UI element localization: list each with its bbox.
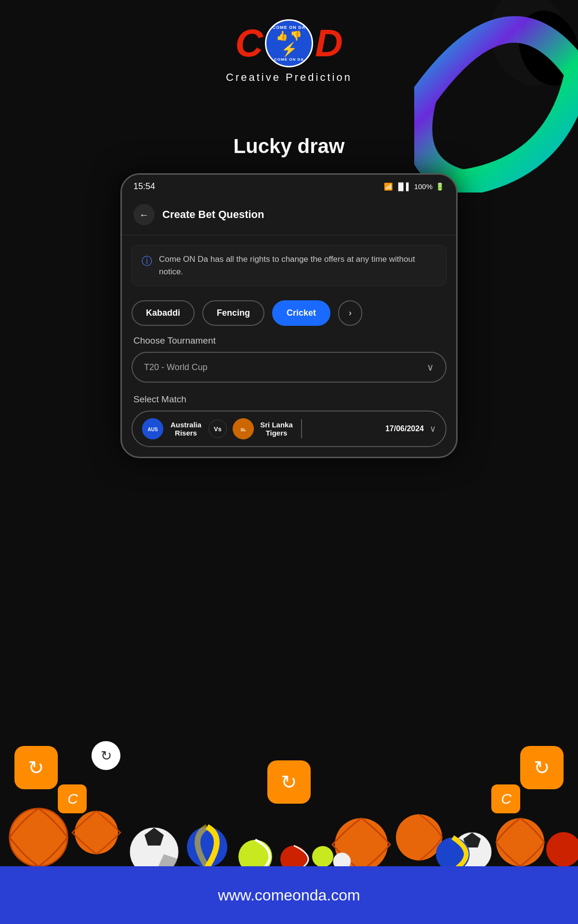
sport-tabs: Kabaddi Fencing Cricket › [122,295,456,335]
tab-more[interactable]: › [338,300,362,326]
logo-c-right: D [315,24,343,63]
refresh-white-left: ↻ [92,741,120,770]
tab-cricket[interactable]: Cricket [272,300,330,326]
match-selector[interactable]: AUS Australia Risers Vs SL Sri Lanka Tig… [131,411,447,447]
team2-name2: Tigers [266,429,288,437]
battery-text: 100% [414,182,433,191]
logo-c-left: C [235,24,263,63]
refresh-white-btn-left[interactable]: ↻ [92,741,120,770]
svg-point-14 [280,846,307,866]
top-decoration [414,0,578,192]
wifi-icon: 📶 [384,182,393,191]
team2-avatar: SL [233,418,254,439]
svg-point-20 [546,832,578,866]
c-icon-right-large: ↻ [520,746,564,789]
svg-text:AUS: AUS [147,427,158,432]
svg-point-21 [312,846,333,866]
footer: www.comeonda.com [0,866,578,924]
tournament-dropdown[interactable]: T20 - World Cup ∨ [131,352,447,383]
status-icons: 📶 ▐▌▌ 100% 🔋 [384,182,445,191]
match-divider [301,419,302,438]
status-time: 15:54 [133,181,155,192]
c-logo-right: C [491,784,520,813]
refresh-btn-center[interactable]: ↻ [267,760,311,804]
footer-url: www.comeonda.com [218,886,360,904]
tab-kabaddi[interactable]: Kabaddi [131,300,195,326]
svg-point-8 [75,811,118,854]
team1-name2: Risers [175,429,197,437]
tournament-label: Choose Tournament [122,335,456,352]
c-icon-left-small: C [58,784,87,813]
refresh-btn-right[interactable]: ↻ [520,746,564,789]
logo-section: C COME ON DA 👍👎 ⚡ COME ON DA D Creative … [226,19,352,84]
info-notice: ⓘ Come ON Da has all the rights to chang… [131,245,447,286]
team1-avatar: AUS [142,418,163,439]
svg-point-19 [496,818,544,866]
header-title: Create Bet Question [162,208,264,221]
tournament-value: T20 - World Cup [144,362,208,372]
dropdown-arrow-icon: ∨ [427,361,434,373]
svg-point-12 [187,827,227,866]
match-dropdown-icon: ∨ [430,424,436,434]
c-icon-right-small: C [491,784,520,813]
refresh-white-center: ↻ [267,760,311,804]
app-header: ← Create Bet Question [122,196,456,235]
status-bar: 15:54 📶 ▐▌▌ 100% 🔋 [122,175,456,196]
battery-icon: 🔋 [435,182,445,191]
logo-subtitle: Creative Prediction [226,71,352,84]
vs-badge: Vs [209,420,227,438]
refresh-btn-left[interactable]: ↻ [14,746,58,789]
team2-name: Sri Lanka [260,421,293,429]
logo-thumbs: 👍👎 [276,30,302,41]
page-title: Lucky draw [233,135,344,158]
phone-mockup: 15:54 📶 ▐▌▌ 100% 🔋 ← Create Bet Question… [120,173,458,458]
team1-name: Australia [171,421,201,429]
c-icon-left-large: ↻ [14,746,58,789]
badge-text-top: COME ON DA [273,25,306,30]
svg-point-16 [396,814,442,860]
tab-fencing[interactable]: Fencing [202,300,264,326]
match-label: Select Match [122,394,456,411]
match-date: 17/06/2024 [385,424,424,433]
logo-badge: COME ON DA 👍👎 ⚡ COME ON DA [265,19,313,67]
lightning-icon: ⚡ [281,41,298,57]
signal-icon: ▐▌▌ [396,182,411,191]
notice-text: Come ON Da has all the rights to change … [159,253,436,278]
badge-text-bottom: COME ON DA [274,57,304,62]
info-icon: ⓘ [142,254,152,269]
back-button[interactable]: ← [133,204,155,225]
svg-text:SL: SL [240,427,246,432]
c-logo-left: C [58,784,87,813]
